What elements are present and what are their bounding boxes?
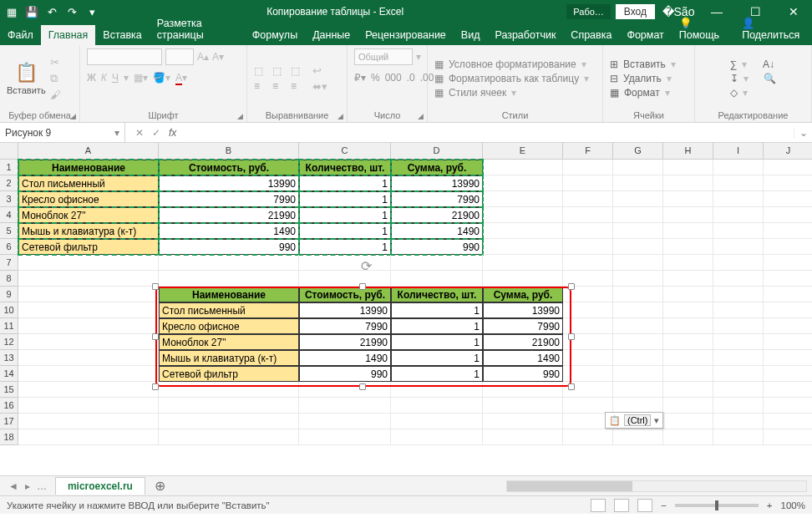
cancel-entry-icon[interactable]: ✕	[135, 127, 144, 139]
table1-cell[interactable]: 990	[159, 239, 299, 255]
table2-cell[interactable]: 13990	[483, 302, 563, 318]
zoom-out-icon[interactable]: −	[661, 500, 667, 510]
number-format-select[interactable]	[354, 48, 413, 65]
merge-icon[interactable]: ⬌▾	[312, 80, 327, 93]
table2-cell[interactable]: Сетевой фильтр	[159, 366, 299, 382]
table1-header[interactable]: Сумма, руб.	[391, 160, 483, 175]
font-color-icon[interactable]: A▾	[175, 72, 187, 84]
cell-styles-button[interactable]: ▦Стили ячеек▾	[434, 87, 589, 99]
resize-handle[interactable]	[568, 283, 575, 290]
tab-главная[interactable]: Главная	[41, 25, 96, 45]
tab-справка[interactable]: Справка	[563, 25, 619, 45]
sort-filter-icon[interactable]: A↓	[763, 58, 774, 70]
row-header-4[interactable]: 4	[0, 207, 18, 223]
new-sheet-button[interactable]: ⊕	[152, 478, 169, 494]
formula-input[interactable]	[186, 123, 794, 142]
copy-icon[interactable]: ⧉	[50, 72, 61, 85]
table1-header[interactable]: Количество, шт.	[299, 160, 391, 175]
tab-вставка[interactable]: Вставка	[95, 25, 149, 45]
comma-icon[interactable]: 000	[385, 72, 402, 84]
italic-button[interactable]: К	[101, 72, 107, 84]
undo-icon[interactable]: ↶	[45, 5, 58, 18]
table2-cell[interactable]: 1	[391, 318, 483, 334]
table2-cell[interactable]: Кресло офисное	[159, 318, 299, 334]
table2-cell[interactable]: 1	[391, 334, 483, 350]
table1-cell[interactable]: 1490	[159, 223, 299, 239]
qat-more-icon[interactable]: ▾	[85, 5, 99, 18]
table1-cell[interactable]: 1	[299, 191, 391, 207]
currency-icon[interactable]: ₽▾	[354, 72, 366, 84]
shrink-font-icon[interactable]: A▾	[212, 51, 224, 63]
table2-cell[interactable]: 990	[483, 366, 563, 382]
clear-button[interactable]: ◇▾	[730, 87, 777, 99]
fill-button[interactable]: ↧▾ 🔍	[730, 73, 777, 84]
table1-cell[interactable]: 7990	[159, 191, 299, 207]
font-size-input[interactable]	[165, 48, 194, 65]
table2-cell[interactable]: 1490	[299, 350, 391, 366]
page-break-icon[interactable]	[637, 499, 652, 512]
horizontal-scrollbar[interactable]	[169, 480, 812, 492]
table1-cell[interactable]: Сетевой фильтр	[18, 239, 159, 255]
name-box[interactable]: Рисунок 9▾	[0, 123, 125, 142]
row-header-9[interactable]: 9	[0, 287, 18, 302]
grow-font-icon[interactable]: A▴	[197, 51, 209, 63]
table1-cell[interactable]: Кресло офисное	[18, 191, 159, 207]
table2-cell[interactable]: 1	[391, 350, 483, 366]
row-header-16[interactable]: 16	[0, 398, 18, 414]
resize-handle[interactable]	[359, 283, 366, 290]
row-header-5[interactable]: 5	[0, 223, 18, 239]
row-header-18[interactable]: 18	[0, 429, 18, 445]
row-header-2[interactable]: 2	[0, 175, 18, 191]
table2-header[interactable]: Сумма, руб.	[483, 287, 563, 302]
underline-button[interactable]: Ч	[112, 72, 119, 84]
tab-рецензирование[interactable]: Рецензирование	[358, 25, 454, 45]
table2-cell[interactable]: Моноблок 27"	[159, 334, 299, 350]
paste-options-button[interactable]: 📋 (Ctrl) ▾	[605, 412, 663, 429]
table2-header[interactable]: Наименование	[159, 287, 299, 302]
sheet-tab[interactable]: microexcel.ru	[55, 477, 145, 495]
row-header-12[interactable]: 12	[0, 334, 18, 350]
table1-cell[interactable]: 21990	[159, 207, 299, 223]
launcher-icon[interactable]: ◢	[418, 112, 424, 120]
row-header-8[interactable]: 8	[0, 271, 18, 287]
paste-button[interactable]: 📋 Вставить	[7, 62, 45, 95]
page-layout-icon[interactable]	[614, 499, 629, 512]
fx-icon[interactable]: fx	[169, 127, 176, 139]
row-header-14[interactable]: 14	[0, 366, 18, 382]
table1-cell[interactable]: 13990	[391, 175, 483, 191]
normal-view-icon[interactable]	[591, 499, 606, 512]
tab-вид[interactable]: Вид	[454, 25, 488, 45]
sheet-nav-prev-icon[interactable]: ▸	[25, 480, 30, 492]
table1-cell[interactable]: Моноблок 27"	[18, 207, 159, 223]
align-left-icon[interactable]: ≡	[254, 80, 267, 92]
col-header-A[interactable]: A	[18, 143, 159, 160]
inc-decimal-icon[interactable]: .0	[407, 72, 415, 84]
table1-cell[interactable]: 1490	[391, 223, 483, 239]
border-icon[interactable]: ▦▾	[134, 72, 148, 84]
tab-файл[interactable]: Файл	[0, 25, 41, 45]
cut-icon[interactable]: ✂	[50, 56, 61, 69]
row-header-15[interactable]: 15	[0, 382, 18, 398]
row-header-17[interactable]: 17	[0, 414, 18, 429]
col-header-H[interactable]: H	[663, 143, 713, 160]
table1-cell[interactable]: 990	[391, 239, 483, 255]
table1-cell[interactable]: 1	[299, 239, 391, 255]
table2-cell[interactable]: 1	[391, 366, 483, 382]
share-button[interactable]: 👤 Поделиться	[734, 13, 812, 45]
expand-formula-bar-icon[interactable]: ⌄	[794, 127, 812, 139]
tab-разработчик[interactable]: Разработчик	[487, 25, 563, 45]
tell-me[interactable]: 💡 Помощь	[672, 13, 734, 45]
table1-cell[interactable]: Стол письменный	[18, 175, 159, 191]
zoom-slider[interactable]	[675, 504, 759, 507]
table2-cell[interactable]: 21900	[483, 334, 563, 350]
format-as-table-button[interactable]: ▦Форматировать как таблицу▾	[434, 73, 589, 84]
col-header-E[interactable]: E	[483, 143, 563, 160]
zoom-level[interactable]: 100%	[781, 500, 805, 510]
table2-cell[interactable]: 990	[299, 366, 391, 382]
table2-header[interactable]: Стоимость, руб.	[299, 287, 391, 302]
format-painter-icon[interactable]: 🖌	[50, 89, 61, 101]
col-header-B[interactable]: B	[159, 143, 299, 160]
tab-формат[interactable]: Формат	[619, 25, 671, 45]
row-header-11[interactable]: 11	[0, 318, 18, 334]
table1-cell[interactable]: Мышь и клавиатура (к-т)	[18, 223, 159, 239]
